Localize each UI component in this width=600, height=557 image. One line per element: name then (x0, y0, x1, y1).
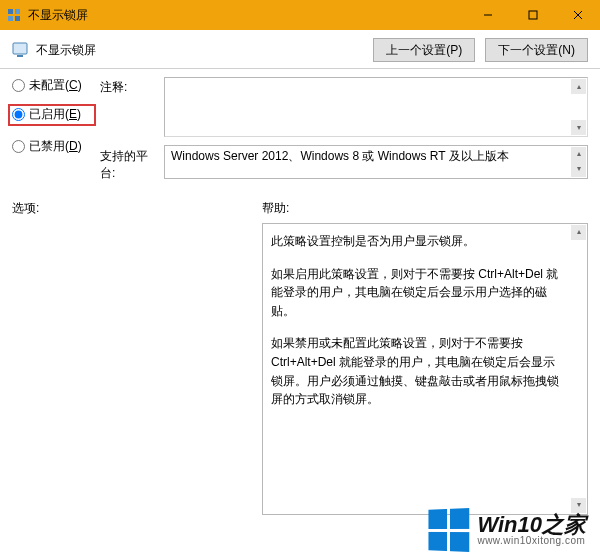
svg-rect-2 (8, 16, 13, 21)
notes-textbox[interactable]: ▴ ▾ (164, 77, 588, 137)
title-bar: 不显示锁屏 (0, 0, 600, 30)
scroll-up-icon[interactable]: ▴ (571, 147, 586, 162)
scroll-down-icon[interactable]: ▾ (571, 498, 586, 513)
close-button[interactable] (555, 0, 600, 30)
radio-enabled-input[interactable] (12, 108, 25, 121)
app-icon (6, 7, 22, 23)
state-radio-group: 未配置(C) 已启用(E) 已禁用(D) (12, 77, 96, 155)
help-textbox[interactable]: 此策略设置控制是否为用户显示锁屏。 如果启用此策略设置，则对于不需要按 Ctrl… (262, 223, 588, 515)
policy-icon (12, 42, 28, 58)
radio-enabled[interactable]: 已启用(E) (8, 104, 96, 126)
radio-disabled-label: 已禁用(D) (29, 138, 82, 155)
watermark: Win10之家 www.win10xitong.com (427, 509, 586, 551)
header-row: 不显示锁屏 上一个设置(P) 下一个设置(N) (0, 30, 600, 68)
scroll-up-icon[interactable]: ▴ (571, 79, 586, 94)
help-paragraph: 如果启用此策略设置，则对于不需要按 Ctrl+Alt+Del 就能登录的用户，其… (271, 265, 565, 321)
help-paragraph: 此策略设置控制是否为用户显示锁屏。 (271, 232, 565, 251)
radio-disabled[interactable]: 已禁用(D) (12, 138, 96, 155)
scroll-down-icon[interactable]: ▾ (571, 162, 586, 177)
watermark-title: Win10之家 (477, 513, 586, 536)
window-controls (465, 0, 600, 30)
svg-rect-9 (17, 55, 23, 57)
radio-not-configured[interactable]: 未配置(C) (12, 77, 96, 94)
divider (0, 68, 600, 69)
radio-enabled-label: 已启用(E) (29, 106, 81, 123)
help-heading: 帮助: (262, 200, 588, 217)
svg-rect-5 (529, 11, 537, 19)
platform-text: Windows Server 2012、Windows 8 或 Windows … (171, 149, 509, 163)
svg-rect-0 (8, 9, 13, 14)
radio-not-configured-input[interactable] (12, 79, 25, 92)
previous-setting-button[interactable]: 上一个设置(P) (373, 38, 475, 62)
watermark-url: www.win10xitong.com (477, 536, 586, 547)
svg-rect-8 (13, 43, 27, 54)
window-title: 不显示锁屏 (28, 7, 88, 24)
svg-rect-1 (15, 9, 20, 14)
radio-disabled-input[interactable] (12, 140, 25, 153)
page-title: 不显示锁屏 (36, 42, 96, 59)
options-heading: 选项: (12, 200, 242, 217)
platform-textbox: Windows Server 2012、Windows 8 或 Windows … (164, 145, 588, 179)
platform-label: 支持的平台: (100, 145, 160, 182)
svg-rect-3 (15, 16, 20, 21)
help-paragraph: 如果禁用或未配置此策略设置，则对于不需要按 Ctrl+Alt+Del 就能登录的… (271, 334, 565, 408)
scroll-down-icon[interactable]: ▾ (571, 120, 586, 135)
scroll-up-icon[interactable]: ▴ (571, 225, 586, 240)
notes-label: 注释: (100, 77, 160, 96)
maximize-button[interactable] (510, 0, 555, 30)
radio-not-configured-label: 未配置(C) (29, 77, 82, 94)
next-setting-button[interactable]: 下一个设置(N) (485, 38, 588, 62)
minimize-button[interactable] (465, 0, 510, 30)
